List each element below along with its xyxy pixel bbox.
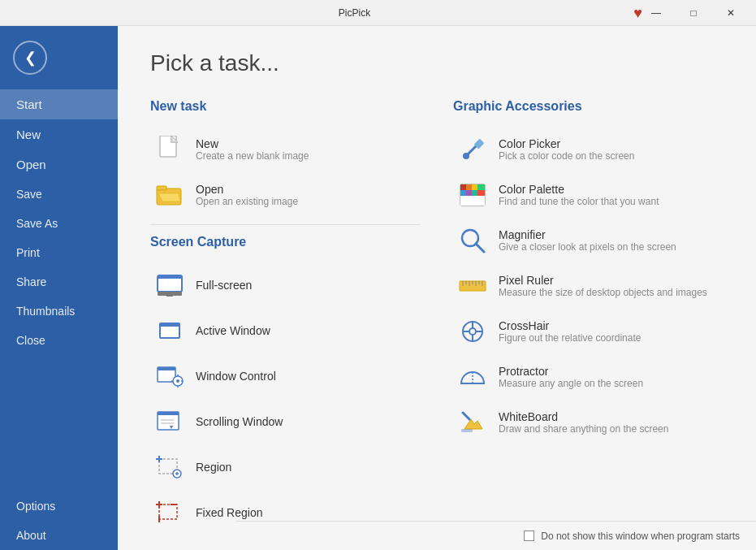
task-name-pixel-ruler: Pixel Ruler bbox=[499, 274, 707, 287]
task-desc-crosshair: Figure out the relative coordinate bbox=[499, 332, 641, 344]
svg-rect-42 bbox=[466, 184, 472, 190]
task-desc-color-palette: Find and tune the color that you want bbox=[499, 196, 659, 207]
task-item-color-picker[interactable]: Color Picker Pick a color code on the sc… bbox=[453, 127, 724, 172]
heart-icon[interactable]: ♥ bbox=[633, 5, 642, 22]
task-desc-magnifier: Give a closer look at pixels on the scre… bbox=[499, 241, 676, 253]
sidebar-item-close[interactable]: Close bbox=[0, 326, 118, 355]
svg-rect-46 bbox=[466, 190, 472, 196]
task-name-fixed-region: Fixed Region bbox=[196, 506, 263, 519]
svg-point-61 bbox=[469, 328, 476, 335]
sidebar-back: ❮ bbox=[0, 26, 118, 89]
svg-rect-43 bbox=[472, 184, 477, 190]
svg-point-38 bbox=[463, 153, 469, 159]
minimize-button[interactable]: — bbox=[637, 0, 675, 26]
color-palette-icon bbox=[458, 180, 487, 210]
sidebar-item-options[interactable]: Options bbox=[0, 492, 118, 521]
sidebar-item-share[interactable]: Share bbox=[0, 267, 118, 297]
back-button[interactable]: ❮ bbox=[13, 41, 47, 75]
sidebar-item-save[interactable]: Save bbox=[0, 180, 118, 209]
freehand-icon bbox=[155, 544, 184, 550]
task-name-new: New bbox=[196, 137, 309, 150]
graphic-accessories-section: Graphic Accessories Col bbox=[453, 99, 724, 445]
task-name-crosshair: CrossHair bbox=[499, 319, 641, 332]
back-icon: ❮ bbox=[24, 49, 37, 67]
svg-rect-7 bbox=[166, 295, 173, 297]
sidebar: ❮ Start New Open Save Save As Print bbox=[0, 26, 118, 550]
task-item-active-window[interactable]: Active Window bbox=[150, 308, 421, 353]
sidebar-item-about[interactable]: About bbox=[0, 521, 118, 550]
task-item-open[interactable]: Open Open an existing image bbox=[150, 172, 421, 218]
fullscreen-icon bbox=[155, 271, 184, 300]
task-name-window-control: Window Control bbox=[196, 370, 276, 383]
svg-point-14 bbox=[176, 379, 179, 383]
svg-rect-3 bbox=[157, 186, 166, 190]
close-button[interactable]: ✕ bbox=[712, 0, 750, 26]
app-body: ❮ Start New Open Save Save As Print bbox=[0, 26, 756, 550]
task-item-pixel-ruler[interactable]: Pixel Ruler Measure the size of desktop … bbox=[453, 263, 724, 309]
dont-show-checkbox[interactable] bbox=[524, 531, 534, 541]
screen-capture-section: Screen Capture bbox=[150, 235, 421, 550]
graphic-accessories-title: Graphic Accessories bbox=[453, 99, 724, 114]
divider-1 bbox=[150, 224, 421, 225]
new-task-list: New Create a new blank image bbox=[150, 127, 421, 218]
svg-rect-41 bbox=[460, 184, 466, 190]
sidebar-item-save-as[interactable]: Save As bbox=[0, 209, 118, 238]
svg-rect-10 bbox=[160, 323, 179, 327]
sidebar-navigation: Start New Open Save Save As Print Share … bbox=[0, 89, 118, 550]
whiteboard-icon bbox=[458, 408, 487, 437]
protractor-icon bbox=[458, 362, 487, 392]
magnifier-icon bbox=[458, 226, 487, 255]
new-icon bbox=[155, 135, 184, 164]
task-item-window-control[interactable]: Window Control bbox=[150, 353, 421, 399]
task-item-new[interactable]: New Create a new blank image bbox=[150, 127, 421, 172]
sidebar-item-new[interactable]: New bbox=[0, 119, 118, 149]
task-item-crosshair[interactable]: CrossHair Figure out the relative coordi… bbox=[453, 309, 724, 354]
task-name-magnifier: Magnifier bbox=[499, 228, 676, 241]
task-name-protractor: Protractor bbox=[499, 365, 643, 378]
svg-rect-48 bbox=[477, 190, 485, 196]
svg-rect-47 bbox=[472, 190, 477, 196]
task-name-region: Region bbox=[196, 461, 231, 474]
title-bar: PicPick — □ ✕ bbox=[0, 0, 756, 26]
svg-rect-45 bbox=[460, 190, 466, 196]
active-window-icon bbox=[155, 316, 184, 345]
task-item-protractor[interactable]: Protractor Measure any angle on the scre… bbox=[453, 354, 724, 400]
svg-rect-5 bbox=[158, 275, 182, 279]
pixel-ruler-icon bbox=[458, 271, 487, 301]
new-task-section: New task New bbox=[150, 99, 421, 218]
screen-capture-title: Screen Capture bbox=[150, 235, 421, 249]
svg-rect-69 bbox=[461, 429, 473, 432]
task-item-fullscreen[interactable]: Full-screen bbox=[150, 262, 421, 308]
svg-rect-49 bbox=[460, 196, 485, 206]
task-item-color-palette[interactable]: Color Palette Find and tune the color th… bbox=[453, 172, 724, 218]
content-grid: New task New bbox=[150, 99, 724, 550]
svg-line-68 bbox=[463, 413, 469, 419]
region-icon bbox=[155, 453, 184, 482]
new-task-title: New task bbox=[150, 99, 421, 114]
task-item-scrolling-window[interactable]: Scrolling Window bbox=[150, 399, 421, 444]
task-desc-open: Open an existing image bbox=[196, 196, 298, 207]
svg-rect-30 bbox=[159, 505, 177, 519]
task-desc-pixel-ruler: Measure the size of desktop objects and … bbox=[499, 287, 707, 298]
task-name-fullscreen: Full-screen bbox=[196, 279, 252, 292]
task-name-active-window: Active Window bbox=[196, 324, 270, 337]
sidebar-item-open[interactable]: Open bbox=[0, 149, 118, 180]
task-name-whiteboard: WhiteBoard bbox=[499, 410, 668, 423]
app-title: PicPick bbox=[71, 7, 637, 19]
sidebar-item-print[interactable]: Print bbox=[0, 238, 118, 267]
task-item-region[interactable]: Region bbox=[150, 444, 421, 490]
footer: Do not show this window when program sta… bbox=[235, 521, 756, 550]
task-item-whiteboard[interactable]: WhiteBoard Draw and share anything on th… bbox=[453, 400, 724, 445]
sidebar-item-thumbnails[interactable]: Thumbnails bbox=[0, 297, 118, 326]
scrolling-window-icon bbox=[155, 407, 184, 436]
task-name-open: Open bbox=[196, 183, 298, 196]
main-content: Pick a task... New task bbox=[118, 26, 756, 550]
task-name-scrolling-window: Scrolling Window bbox=[196, 415, 283, 428]
sidebar-item-start[interactable]: Start bbox=[0, 89, 118, 119]
task-item-magnifier[interactable]: Magnifier Give a closer look at pixels o… bbox=[453, 218, 724, 263]
crosshair-icon bbox=[458, 317, 487, 346]
open-icon bbox=[155, 180, 184, 210]
maximize-button[interactable]: □ bbox=[675, 0, 712, 26]
graphic-accessories-list: Color Picker Pick a color code on the sc… bbox=[453, 127, 724, 445]
window-control-icon bbox=[155, 362, 184, 391]
